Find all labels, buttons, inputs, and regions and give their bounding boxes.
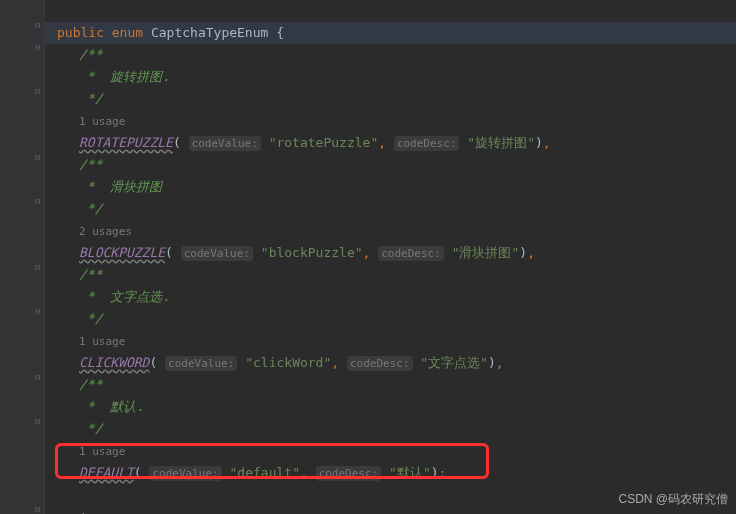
open-brace: {	[276, 25, 284, 40]
string-literal: "default"	[230, 465, 300, 480]
string-literal: "默认"	[389, 465, 431, 480]
fold-icon[interactable]: ⊟	[35, 86, 45, 96]
usage-hint-line: 1 usage	[45, 440, 736, 462]
fold-icon[interactable]: ⊟	[35, 306, 45, 316]
javadoc-open: /**	[79, 47, 102, 62]
usage-hint-line: 2 usages	[45, 220, 736, 242]
javadoc-close: */	[79, 421, 102, 436]
keyword-public: public	[57, 25, 104, 40]
enum-constant: BLOCKPUZZLE	[79, 245, 165, 260]
string-literal: "blockPuzzle"	[261, 245, 363, 260]
usage-hint-line: 1 usage	[45, 110, 736, 132]
string-literal: "滑块拼图"	[452, 245, 520, 260]
enum-constant-line: DEFAULT( codeValue: "default", codeDesc:…	[45, 462, 736, 484]
usage-hint: 1 usage	[79, 115, 125, 128]
fold-icon[interactable]: ⊟	[35, 152, 45, 162]
enum-declaration-line: public enum CaptchaTypeEnum {	[45, 22, 736, 44]
javadoc-text: * 默认.	[79, 399, 144, 414]
code-line: */	[45, 88, 736, 110]
param-hint: codeDesc:	[378, 246, 444, 261]
enum-constant: CLICKWORD	[79, 355, 149, 370]
code-line: /**	[45, 264, 736, 286]
code-line: * 滑块拼图	[45, 176, 736, 198]
javadoc-open: /**	[79, 267, 102, 282]
usage-hint: 1 usage	[79, 445, 125, 458]
param-hint: codeDesc:	[394, 136, 460, 151]
code-line: */	[45, 418, 736, 440]
string-literal: "文字点选"	[420, 355, 488, 370]
javadoc-text: * 滑块拼图	[79, 179, 162, 194]
param-hint: codeDesc:	[347, 356, 413, 371]
string-literal: "rotatePuzzle"	[269, 135, 379, 150]
usage-hint-line: 1 usage	[45, 330, 736, 352]
enum-constant-line: CLICKWORD( codeValue: "clickWord", codeD…	[45, 352, 736, 374]
enum-constant-line: ROTATEPUZZLE( codeValue: "rotatePuzzle",…	[45, 132, 736, 154]
code-line: */	[45, 198, 736, 220]
class-name: CaptchaTypeEnum	[151, 25, 268, 40]
fold-icon[interactable]: ⊟	[35, 372, 45, 382]
fold-icon[interactable]: ⊟	[35, 42, 45, 52]
fold-icon[interactable]: ⊟	[35, 20, 45, 30]
param-hint: codeValue:	[165, 356, 237, 371]
code-editor[interactable]: public enum CaptchaTypeEnum { /** * 旋转拼图…	[45, 0, 736, 514]
code-line	[45, 0, 736, 22]
fold-icon[interactable]: ⊟	[35, 504, 45, 514]
fold-icon[interactable]: ⊟	[35, 262, 45, 272]
javadoc-text: * 旋转拼图.	[79, 69, 170, 84]
code-line: * 旋转拼图.	[45, 66, 736, 88]
enum-constant-line: BLOCKPUZZLE( codeValue: "blockPuzzle", c…	[45, 242, 736, 264]
editor-gutter: ⊟ ⊟ ⊟ ⊟ ⊟ ⊟ ⊟ ⊟ ⊟ ⊟	[0, 0, 45, 514]
param-hint: codeDesc:	[316, 466, 382, 481]
usage-hint: 2 usages	[79, 225, 132, 238]
javadoc-close: */	[79, 91, 102, 106]
param-hint: codeValue:	[189, 136, 261, 151]
watermark: CSDN @码农研究僧	[618, 491, 728, 508]
code-line: /**	[45, 154, 736, 176]
code-line: */	[45, 308, 736, 330]
param-hint: codeValue:	[181, 246, 253, 261]
enum-constant: DEFAULT	[79, 465, 134, 480]
fold-icon[interactable]: ⊟	[35, 196, 45, 206]
fold-icon[interactable]: ⊟	[35, 416, 45, 426]
string-literal: "旋转拼图"	[467, 135, 535, 150]
code-line: * 默认.	[45, 396, 736, 418]
enum-constant: ROTATEPUZZLE	[79, 135, 173, 150]
javadoc-open: /**	[79, 157, 102, 172]
param-hint: codeValue:	[149, 466, 221, 481]
string-literal: "clickWord"	[245, 355, 331, 370]
code-line: /**	[45, 44, 736, 66]
usage-hint: 1 usage	[79, 335, 125, 348]
javadoc-text: * 文字点选.	[79, 289, 170, 304]
javadoc-close: */	[79, 311, 102, 326]
code-line: /**	[45, 374, 736, 396]
code-line: * 文字点选.	[45, 286, 736, 308]
javadoc-close: */	[79, 201, 102, 216]
javadoc-open: /**	[79, 377, 102, 392]
keyword-enum: enum	[112, 25, 143, 40]
